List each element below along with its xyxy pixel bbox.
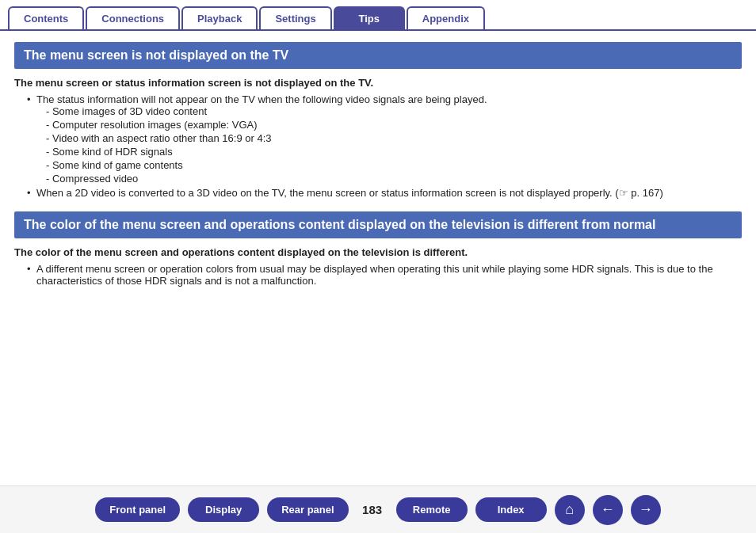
main-content: The menu screen is not displayed on the … [0,31,756,477]
section-2-bullets: A different menu screen or operation col… [27,263,742,287]
section-1-header: The menu screen is not displayed on the … [14,42,742,69]
list-item: - Some kind of HDR signals [36,146,742,158]
section-1-subheader: The menu screen or status information sc… [14,77,742,89]
remote-button[interactable]: Remote [396,497,468,522]
section-2: The color of the menu screen and operati… [14,211,742,287]
section-2-subheader: The color of the menu screen and operati… [14,246,742,258]
display-button[interactable]: Display [188,497,259,522]
tab-tips[interactable]: Tips [334,6,405,29]
list-item: - Some images of 3D video content [36,105,742,117]
tab-connections[interactable]: Connections [86,6,180,29]
tab-appendix[interactable]: Appendix [407,6,485,29]
rear-panel-button[interactable]: Rear panel [267,497,348,522]
list-item: - Some kind of game contents [36,159,742,171]
list-item: A different menu screen or operation col… [27,263,742,287]
list-item: - Computer resolution images (example: V… [36,119,742,131]
list-item: - Video with an aspect ratio other than … [36,132,742,144]
sub-list: - Some images of 3D video content - Comp… [36,105,742,185]
back-icon: ← [601,501,615,518]
list-item: The status information will not appear o… [27,93,742,185]
section-2-header: The color of the menu screen and operati… [14,211,742,238]
bottom-nav: Front panel Display Rear panel 183 Remot… [0,485,756,533]
tabs-bar: Contents Connections Playback Settings T… [0,0,756,31]
tab-contents[interactable]: Contents [8,6,84,29]
tab-playback[interactable]: Playback [181,6,258,29]
forward-icon: → [639,501,653,518]
section-1: The menu screen is not displayed on the … [14,42,742,199]
home-icon: ⌂ [565,501,574,518]
back-button[interactable]: ← [593,495,623,525]
list-item: When a 2D video is converted to a 3D vid… [27,187,742,199]
page-number: 183 [357,503,388,516]
home-button[interactable]: ⌂ [555,495,585,525]
bullet-text: The status information will not appear o… [36,93,487,105]
tab-settings[interactable]: Settings [259,6,331,29]
section-1-bullets: The status information will not appear o… [27,93,742,199]
list-item: - Compressed video [36,173,742,185]
index-button[interactable]: Index [475,497,547,522]
front-panel-button[interactable]: Front panel [95,497,180,522]
forward-button[interactable]: → [631,495,661,525]
